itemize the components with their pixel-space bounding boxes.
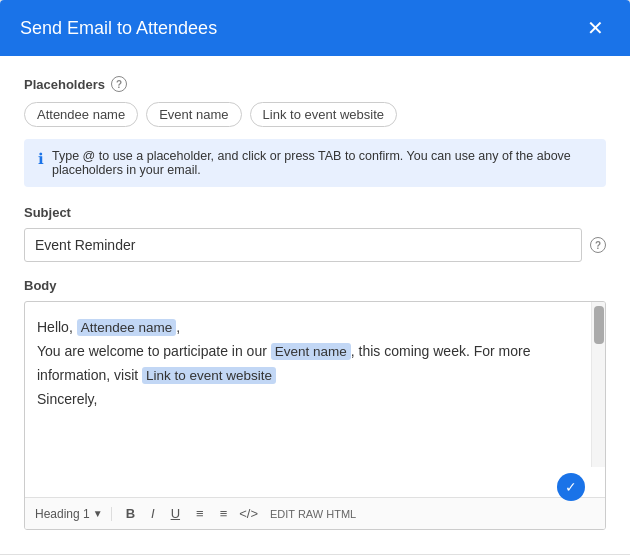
underline-button[interactable]: U xyxy=(167,504,184,523)
body-text-area[interactable]: Hello, Attendee name, You are welcome to… xyxy=(25,302,591,467)
modal-body: Placeholders ? Attendee name Event name … xyxy=(0,56,630,554)
ordered-list-button[interactable]: ≡ xyxy=(192,504,208,523)
send-email-modal: Send Email to Attendees ✕ Placeholders ?… xyxy=(0,0,630,557)
subject-help-icon[interactable]: ? xyxy=(590,237,606,253)
attendee-name-chip: Attendee name xyxy=(77,319,177,336)
event-name-chip: Event name xyxy=(271,343,351,360)
modal-header: Send Email to Attendees ✕ xyxy=(0,0,630,56)
body-line-2: You are welcome to participate in our Ev… xyxy=(37,340,579,388)
placeholders-row: Attendee name Event name Link to event w… xyxy=(24,102,606,127)
placeholders-help-icon[interactable]: ? xyxy=(111,76,127,92)
body-scrollbar xyxy=(591,302,605,467)
code-icon: </> xyxy=(239,506,258,521)
subject-row: ? xyxy=(24,228,606,262)
edit-raw-html-button[interactable]: EDIT RAW HTML xyxy=(270,508,356,520)
modal-title: Send Email to Attendees xyxy=(20,18,217,39)
heading-chevron-icon: ▼ xyxy=(93,508,103,519)
bold-button[interactable]: B xyxy=(122,504,139,523)
placeholder-chip-attendee-name[interactable]: Attendee name xyxy=(24,102,138,127)
body-with-scroll: Hello, Attendee name, You are welcome to… xyxy=(25,302,605,467)
placeholder-chip-event-name[interactable]: Event name xyxy=(146,102,241,127)
link-event-website-chip: Link to event website xyxy=(142,367,276,384)
scroll-thumb[interactable] xyxy=(594,306,604,344)
body-line-3: Sincerely, xyxy=(37,388,579,412)
placeholders-label: Placeholders ? xyxy=(24,76,606,92)
info-icon: ℹ xyxy=(38,150,44,168)
heading-label: Heading 1 xyxy=(35,507,90,521)
unordered-list-button[interactable]: ≡ xyxy=(216,504,232,523)
body-section: Body Hello, Attendee name, You are welco… xyxy=(24,278,606,530)
close-button[interactable]: ✕ xyxy=(581,16,610,40)
info-box: ℹ Type @ to use a placeholder, and click… xyxy=(24,139,606,187)
body-label: Body xyxy=(24,278,606,293)
heading-select-wrap[interactable]: Heading 1 ▼ xyxy=(35,507,112,521)
subject-label: Subject xyxy=(24,205,606,220)
info-text: Type @ to use a placeholder, and click o… xyxy=(52,149,592,177)
confirm-button[interactable]: ✓ xyxy=(557,473,585,501)
subject-input[interactable] xyxy=(24,228,582,262)
body-editor-container: Hello, Attendee name, You are welcome to… xyxy=(24,301,606,530)
body-line-1: Hello, Attendee name, xyxy=(37,316,579,340)
placeholder-chip-link-event-website[interactable]: Link to event website xyxy=(250,102,397,127)
body-toolbar: Heading 1 ▼ B I U ≡ ≡ </> EDIT RAW HTML xyxy=(25,497,605,529)
italic-button[interactable]: I xyxy=(147,504,159,523)
